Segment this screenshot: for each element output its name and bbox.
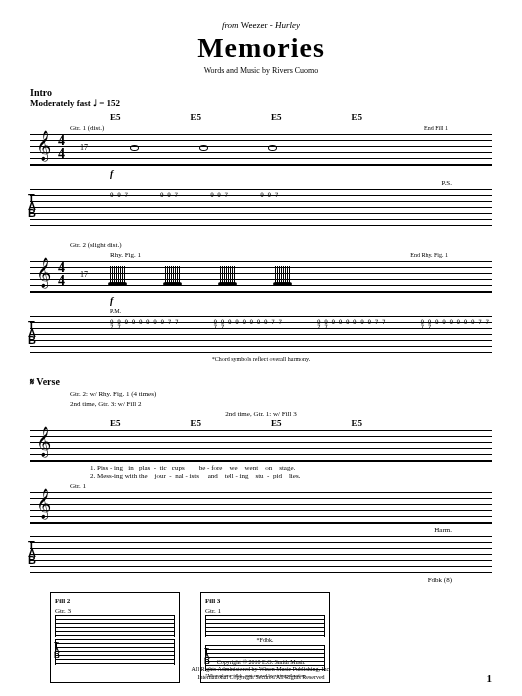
copyright-line: Copyright © 2010 E.O. Smith Music [0, 659, 522, 667]
mini-staff [205, 615, 325, 637]
tab-col: 9 9 7 [260, 192, 278, 197]
tab-numbers: 9 9 7 9 9 7 9 9 7 9 9 7 [110, 192, 278, 197]
multi-rest: 17 [80, 143, 88, 152]
verse-label: Verse [36, 376, 60, 387]
gtr1-system: Gtr. 1 (dist.) 𝄞 44 17 End Fill 1 f P.S.… [30, 124, 492, 227]
pick-scrape-label: P.S. [30, 179, 492, 187]
tab-staff: TAB [30, 536, 492, 574]
treble-clef-icon: 𝄞 [36, 258, 51, 288]
tab-col: 9 9 9 9 9 9 9 9 7 7 7 7 [110, 319, 182, 329]
treble-clef-icon: 𝄞 [36, 131, 51, 161]
chord-symbol: E5 [271, 112, 352, 122]
source-prefix: from [222, 20, 239, 30]
beamed-eighths [110, 266, 290, 286]
lyric-verse-num: 2. [90, 472, 95, 480]
end-fill-label: End Fill 1 [424, 125, 488, 131]
fill2-label: Fill 2 [55, 597, 175, 605]
fdbk-label: *Fdbk. [205, 637, 325, 643]
page-number: 1 [487, 672, 493, 684]
band-name: Weezer [241, 20, 268, 30]
gtr1-verse-staff: 𝄞 [30, 492, 492, 524]
chord-symbol: E5 [271, 418, 352, 428]
copyright-footer: Copyright © 2010 E.O. Smith Music All Ri… [0, 659, 522, 682]
tab-label-icon: TAB [28, 542, 36, 565]
chord-footnote: *Chord symbols reflect overall harmony. [30, 356, 492, 362]
standard-notation-staff: 𝄞 44 17 End Rhy. Fig. 1 [30, 261, 492, 293]
sheet-header: from Weezer - Hurley Memories Words and … [30, 20, 492, 75]
verse-section-label: 𝄋 Verse [30, 376, 492, 388]
end-rhy-fig-label: End Rhy. Fig. 1 [410, 252, 488, 258]
tempo-marking: Moderately fast ♩ = 152 [30, 98, 492, 108]
song-title: Memories [30, 32, 492, 64]
palm-mute-label: P.M. [110, 308, 492, 314]
vocal-staff: 𝄞 [30, 430, 492, 462]
tab-numbers: 9 9 9 9 9 9 9 9 7 7 7 7 9 9 9 9 9 9 9 9 … [110, 319, 492, 329]
rights-line-1: All Rights Administered by Wixen Music P… [0, 666, 522, 674]
lyrics-block: 1. Piss - ing in plas - tic cups be - fo… [30, 464, 492, 472]
mini-staff [55, 615, 175, 637]
time-signature: 44 [58, 262, 65, 287]
tempo-text: Moderately fast [30, 98, 91, 108]
whole-notes [130, 145, 277, 151]
fill3-label: Fill 3 [205, 597, 325, 605]
gtr2-system: Gtr. 2 (slight dist.) Rhy. Fig. 1 𝄞 44 1… [30, 241, 492, 362]
chord-symbol: E5 [110, 112, 191, 122]
lyrics-block: 2. Mess-ing with the jour - nal - ists a… [30, 472, 492, 480]
tab-label-icon: TAB [28, 322, 36, 345]
rights-line-2: International Copyright Secured All Righ… [0, 674, 522, 682]
chord-symbol: E5 [191, 418, 272, 428]
chord-symbol: E5 [191, 112, 272, 122]
tempo-bpm: = 152 [99, 98, 120, 108]
songwriter-credits: Words and Music by Rivers Cuomo [30, 66, 492, 75]
tab-col: 9 9 7 [160, 192, 178, 197]
tab-col: 9 9 9 9 9 9 9 9 7 7 7 7 [317, 319, 389, 329]
dynamic-marking: f [110, 168, 492, 179]
treble-clef-icon: 𝄞 [36, 489, 51, 519]
chord-symbol: E5 [110, 418, 191, 428]
segno-icon: 𝄋 [30, 376, 34, 387]
lyric-line-2: Mess-ing with the jour - nal - ists and … [97, 472, 300, 480]
feedback-label: Fdbk (8) [30, 576, 492, 584]
tab-col: 9 9 7 [210, 192, 228, 197]
tab-col: 9 9 9 9 9 9 9 9 7 7 7 7 [421, 319, 493, 329]
multi-rest: 17 [80, 270, 88, 279]
harmonic-label: Harm. [30, 526, 492, 534]
tab-staff: TAB 9 9 9 9 9 9 9 9 7 7 7 7 9 9 9 9 9 9 … [30, 316, 492, 354]
source-line: from Weezer - Hurley [30, 20, 492, 30]
fill3-gtr: Gtr. 1 [205, 607, 325, 615]
standard-notation-staff: 𝄞 44 17 End Fill 1 [30, 134, 492, 166]
fill2-gtr: Gtr. 3 [55, 607, 175, 615]
album-name: Hurley [275, 20, 300, 30]
lyric-line-1: Piss - ing in plas - tic cups be - fore … [97, 464, 295, 472]
intro-section-label: Intro [30, 87, 492, 98]
tab-col: 9 9 7 [110, 192, 128, 197]
dynamic-marking: f [110, 295, 492, 306]
gtr1-direction: 2nd time, Gtr. 1: w/ Fill 3 [30, 410, 492, 418]
gtr1-label: Gtr. 1 [70, 482, 492, 490]
gtr2-label: Gtr. 2 (slight dist.) [70, 241, 492, 249]
intro-chord-row: E5 E5 E5 E5 [30, 112, 492, 122]
tab-label-icon: TAB [28, 195, 36, 218]
lyric-verse-num: 1. [90, 464, 95, 472]
quarter-note-icon: ♩ [93, 98, 97, 108]
tab-col: 9 9 9 9 9 9 9 9 7 7 7 7 [214, 319, 286, 329]
tab-label-icon: TAB [54, 642, 60, 659]
tab-staff: TAB 9 9 7 9 9 7 9 9 7 9 9 7 [30, 189, 492, 227]
time-signature: 44 [58, 135, 65, 160]
verse-chord-row: E5 E5 E5 E5 [30, 418, 492, 428]
treble-clef-icon: 𝄞 [36, 427, 51, 457]
gtr3-direction: 2nd time, Gtr. 3: w/ Fill 2 [70, 400, 492, 408]
gtr2-direction: Gtr. 2: w/ Rhy. Fig. 1 (4 times) [70, 390, 492, 398]
chord-symbol: E5 [352, 112, 433, 122]
chord-symbol: E5 [352, 418, 433, 428]
